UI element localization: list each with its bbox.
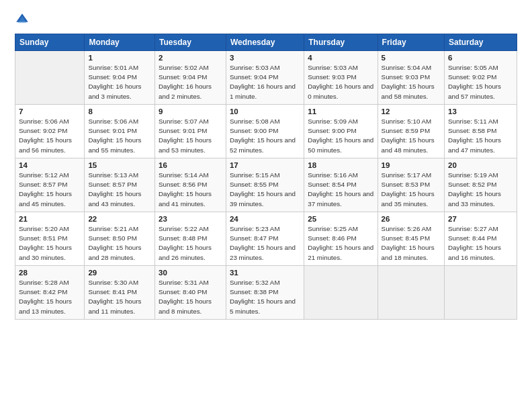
day-cell	[378, 266, 444, 320]
day-number: 18	[308, 161, 373, 169]
col-header-thursday: Thursday	[304, 34, 378, 51]
day-cell	[15, 51, 85, 105]
day-cell: 9Sunrise: 5:07 AMSunset: 9:01 PMDaylight…	[155, 105, 226, 158]
day-number: 17	[230, 161, 300, 169]
day-cell: 15Sunrise: 5:13 AMSunset: 8:57 PMDayligh…	[85, 158, 155, 212]
day-number: 28	[19, 269, 81, 277]
day-number: 9	[159, 107, 222, 116]
day-cell: 20Sunrise: 5:19 AMSunset: 8:52 PMDayligh…	[445, 158, 517, 212]
day-cell: 18Sunrise: 5:16 AMSunset: 8:54 PMDayligh…	[304, 158, 378, 212]
col-header-friday: Friday	[378, 34, 444, 51]
day-number: 29	[88, 269, 151, 277]
day-detail: Sunrise: 5:04 AMSunset: 9:03 PMDaylight:…	[382, 63, 441, 101]
day-detail: Sunrise: 5:25 AMSunset: 8:46 PMDaylight:…	[308, 224, 373, 263]
day-cell: 3Sunrise: 5:03 AMSunset: 9:04 PMDaylight…	[226, 51, 304, 105]
day-cell: 31Sunrise: 5:32 AMSunset: 8:38 PMDayligh…	[226, 266, 304, 320]
day-detail: Sunrise: 5:20 AMSunset: 8:51 PMDaylight:…	[19, 224, 81, 263]
logo-icon	[15, 12, 30, 27]
day-cell: 4Sunrise: 5:03 AMSunset: 9:03 PMDaylight…	[304, 51, 378, 105]
day-cell: 2Sunrise: 5:02 AMSunset: 9:04 PMDaylight…	[155, 51, 226, 105]
day-cell: 16Sunrise: 5:14 AMSunset: 8:56 PMDayligh…	[155, 158, 226, 212]
day-detail: Sunrise: 5:06 AMSunset: 9:02 PMDaylight:…	[19, 117, 81, 155]
day-cell: 23Sunrise: 5:22 AMSunset: 8:48 PMDayligh…	[155, 212, 226, 266]
day-number: 31	[230, 269, 300, 277]
day-detail: Sunrise: 5:23 AMSunset: 8:47 PMDaylight:…	[230, 224, 300, 263]
day-number: 3	[230, 54, 300, 62]
day-cell: 25Sunrise: 5:25 AMSunset: 8:46 PMDayligh…	[304, 212, 378, 266]
calendar-table: SundayMondayTuesdayWednesdayThursdayFrid…	[15, 34, 517, 320]
day-cell: 28Sunrise: 5:28 AMSunset: 8:42 PMDayligh…	[15, 266, 85, 320]
day-detail: Sunrise: 5:17 AMSunset: 8:53 PMDaylight:…	[382, 171, 441, 209]
col-header-tuesday: Tuesday	[155, 34, 226, 51]
day-detail: Sunrise: 5:16 AMSunset: 8:54 PMDaylight:…	[308, 171, 373, 209]
day-number: 6	[448, 54, 513, 62]
day-cell: 7Sunrise: 5:06 AMSunset: 9:02 PMDaylight…	[15, 105, 85, 158]
calendar-header-row: SundayMondayTuesdayWednesdayThursdayFrid…	[15, 34, 517, 51]
day-number: 25	[308, 215, 373, 223]
day-cell: 30Sunrise: 5:31 AMSunset: 8:40 PMDayligh…	[155, 266, 226, 320]
week-row-3: 14Sunrise: 5:12 AMSunset: 8:57 PMDayligh…	[15, 158, 517, 212]
day-detail: Sunrise: 5:14 AMSunset: 8:56 PMDaylight:…	[159, 171, 222, 209]
day-detail: Sunrise: 5:09 AMSunset: 9:00 PMDaylight:…	[308, 117, 373, 155]
col-header-monday: Monday	[85, 34, 155, 51]
day-detail: Sunrise: 5:02 AMSunset: 9:04 PMDaylight:…	[159, 63, 222, 101]
day-cell: 14Sunrise: 5:12 AMSunset: 8:57 PMDayligh…	[15, 158, 85, 212]
logo	[15, 12, 32, 27]
col-header-saturday: Saturday	[445, 34, 517, 51]
day-number: 1	[88, 54, 151, 62]
day-number: 24	[230, 215, 300, 223]
day-cell: 11Sunrise: 5:09 AMSunset: 9:00 PMDayligh…	[304, 105, 378, 158]
day-number: 20	[448, 161, 513, 169]
day-cell	[304, 266, 378, 320]
day-detail: Sunrise: 5:03 AMSunset: 9:03 PMDaylight:…	[308, 63, 373, 101]
col-header-sunday: Sunday	[15, 34, 85, 51]
day-detail: Sunrise: 5:12 AMSunset: 8:57 PMDaylight:…	[19, 171, 81, 209]
day-cell: 22Sunrise: 5:21 AMSunset: 8:50 PMDayligh…	[85, 212, 155, 266]
day-detail: Sunrise: 5:27 AMSunset: 8:44 PMDaylight:…	[448, 224, 513, 263]
day-cell: 27Sunrise: 5:27 AMSunset: 8:44 PMDayligh…	[445, 212, 517, 266]
day-detail: Sunrise: 5:11 AMSunset: 8:58 PMDaylight:…	[448, 117, 513, 155]
week-row-5: 28Sunrise: 5:28 AMSunset: 8:42 PMDayligh…	[15, 266, 517, 320]
day-detail: Sunrise: 5:26 AMSunset: 8:45 PMDaylight:…	[382, 224, 441, 263]
header	[15, 12, 517, 27]
week-row-4: 21Sunrise: 5:20 AMSunset: 8:51 PMDayligh…	[15, 212, 517, 266]
day-number: 4	[308, 54, 373, 62]
day-cell: 8Sunrise: 5:06 AMSunset: 9:01 PMDaylight…	[85, 105, 155, 158]
day-cell: 19Sunrise: 5:17 AMSunset: 8:53 PMDayligh…	[378, 158, 444, 212]
week-row-1: 1Sunrise: 5:01 AMSunset: 9:04 PMDaylight…	[15, 51, 517, 105]
day-number: 26	[382, 215, 441, 223]
day-detail: Sunrise: 5:28 AMSunset: 8:42 PMDaylight:…	[19, 278, 81, 316]
day-cell: 29Sunrise: 5:30 AMSunset: 8:41 PMDayligh…	[85, 266, 155, 320]
day-number: 13	[448, 107, 513, 116]
day-number: 5	[382, 54, 441, 62]
day-number: 22	[88, 215, 151, 223]
day-cell: 6Sunrise: 5:05 AMSunset: 9:02 PMDaylight…	[445, 51, 517, 105]
day-number: 16	[159, 161, 222, 169]
day-cell: 26Sunrise: 5:26 AMSunset: 8:45 PMDayligh…	[378, 212, 444, 266]
day-detail: Sunrise: 5:13 AMSunset: 8:57 PMDaylight:…	[88, 171, 151, 209]
day-cell: 12Sunrise: 5:10 AMSunset: 8:59 PMDayligh…	[378, 105, 444, 158]
day-number: 15	[88, 161, 151, 169]
day-detail: Sunrise: 5:31 AMSunset: 8:40 PMDaylight:…	[159, 278, 222, 316]
week-row-2: 7Sunrise: 5:06 AMSunset: 9:02 PMDaylight…	[15, 105, 517, 158]
day-detail: Sunrise: 5:06 AMSunset: 9:01 PMDaylight:…	[88, 117, 151, 155]
day-cell: 17Sunrise: 5:15 AMSunset: 8:55 PMDayligh…	[226, 158, 304, 212]
day-cell: 21Sunrise: 5:20 AMSunset: 8:51 PMDayligh…	[15, 212, 85, 266]
day-cell: 10Sunrise: 5:08 AMSunset: 9:00 PMDayligh…	[226, 105, 304, 158]
day-detail: Sunrise: 5:21 AMSunset: 8:50 PMDaylight:…	[88, 224, 151, 263]
day-detail: Sunrise: 5:05 AMSunset: 9:02 PMDaylight:…	[448, 63, 513, 101]
day-number: 11	[308, 107, 373, 116]
day-detail: Sunrise: 5:07 AMSunset: 9:01 PMDaylight:…	[159, 117, 222, 155]
day-detail: Sunrise: 5:30 AMSunset: 8:41 PMDaylight:…	[88, 278, 151, 316]
day-detail: Sunrise: 5:22 AMSunset: 8:48 PMDaylight:…	[159, 224, 222, 263]
day-number: 23	[159, 215, 222, 223]
day-detail: Sunrise: 5:08 AMSunset: 9:00 PMDaylight:…	[230, 117, 300, 155]
day-detail: Sunrise: 5:32 AMSunset: 8:38 PMDaylight:…	[230, 278, 300, 316]
day-number: 19	[382, 161, 441, 169]
page-container: SundayMondayTuesdayWednesdayThursdayFrid…	[0, 0, 532, 328]
day-detail: Sunrise: 5:10 AMSunset: 8:59 PMDaylight:…	[382, 117, 441, 155]
day-number: 10	[230, 107, 300, 116]
day-detail: Sunrise: 5:15 AMSunset: 8:55 PMDaylight:…	[230, 171, 300, 209]
day-detail: Sunrise: 5:19 AMSunset: 8:52 PMDaylight:…	[448, 171, 513, 209]
day-detail: Sunrise: 5:03 AMSunset: 9:04 PMDaylight:…	[230, 63, 300, 101]
